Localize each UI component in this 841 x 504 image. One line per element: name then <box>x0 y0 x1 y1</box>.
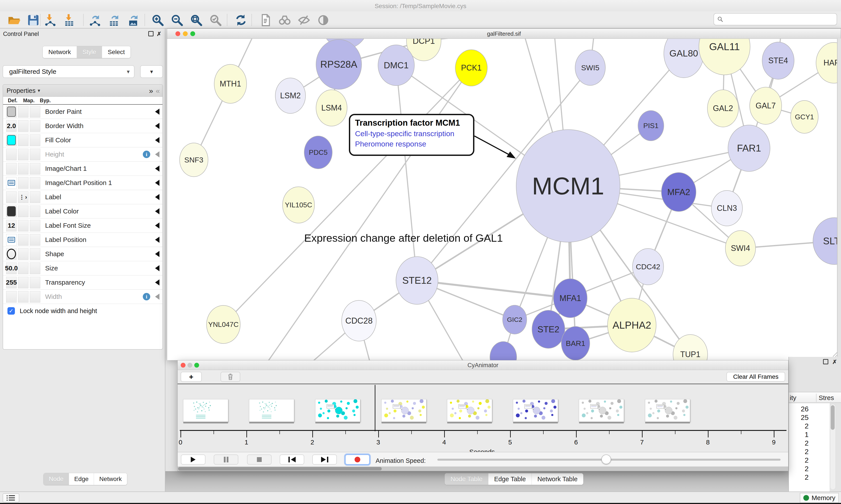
byp-cell[interactable] <box>30 234 40 246</box>
import-network-button[interactable] <box>43 13 57 27</box>
annotation-link-1[interactable]: Pheromone response <box>355 140 468 148</box>
table-cell-value[interactable]: 25 <box>789 414 809 422</box>
node-alpha2[interactable]: ALPHA2 <box>607 298 656 352</box>
network-caption[interactable]: Expression change after deletion of GAL1 <box>304 232 503 244</box>
def-cell[interactable] <box>6 234 17 246</box>
clear-all-frames-button[interactable]: Clear All Frames <box>727 372 785 382</box>
byp-cell[interactable] <box>30 263 40 274</box>
zoom-out-button[interactable] <box>170 13 184 27</box>
node-dmc1[interactable]: DMC1 <box>378 45 415 86</box>
map-cell[interactable] <box>18 163 29 175</box>
map-cell[interactable] <box>18 134 29 146</box>
property-row-size[interactable]: 50.0Size <box>3 261 162 275</box>
node-gcy1[interactable]: GCY1 <box>790 100 819 133</box>
node-mfa2[interactable]: MFA2 <box>661 172 696 212</box>
table-scrollbar[interactable] <box>830 404 836 490</box>
byp-cell[interactable] <box>30 149 40 160</box>
table-cell-value[interactable]: 2 <box>789 448 809 456</box>
byp-cell[interactable] <box>30 205 40 217</box>
go-to-end-button[interactable] <box>312 454 337 465</box>
table-cell-value[interactable]: 2 <box>789 473 809 482</box>
expand-all-icon[interactable]: » <box>149 87 152 95</box>
timeline-frame-6[interactable] <box>579 399 624 422</box>
cyanimator-titlebar[interactable]: CyAnimator <box>178 360 788 370</box>
node-gal7[interactable]: GAL7 <box>749 87 782 125</box>
node-ynl047c[interactable]: YNL047C <box>206 305 240 344</box>
float-panel-icon[interactable] <box>148 31 154 37</box>
refresh-button[interactable] <box>234 13 248 27</box>
collapse-arrow-icon[interactable] <box>155 222 159 229</box>
node-cln3[interactable]: CLN3 <box>711 190 742 226</box>
map-cell[interactable] <box>18 277 29 288</box>
tab-network[interactable]: Network <box>43 46 77 58</box>
annotation-box[interactable]: Transcription factor MCM1Cell-type-speci… <box>349 114 475 156</box>
import-table-button[interactable] <box>62 13 76 27</box>
report-button[interactable] <box>258 13 272 27</box>
table-cell-value[interactable]: 26 <box>789 405 809 413</box>
node-gal2[interactable]: GAL2 <box>707 90 739 127</box>
timeline-scrollbar[interactable] <box>178 467 788 471</box>
node-swi4[interactable]: SWI4 <box>725 230 756 266</box>
map-cell[interactable]: ⋮› <box>18 191 29 203</box>
tab-node-table[interactable]: Node Table <box>445 473 488 485</box>
zoom-selected-button[interactable] <box>209 13 222 27</box>
collapse-arrow-icon[interactable] <box>155 165 159 172</box>
byp-cell[interactable] <box>30 291 40 303</box>
search-box[interactable] <box>714 13 837 25</box>
property-row-width[interactable]: Widthi <box>3 290 162 304</box>
property-row-height[interactable]: Heighti <box>3 147 162 162</box>
map-cell[interactable] <box>18 205 29 217</box>
def-cell[interactable] <box>6 291 17 303</box>
byp-cell[interactable] <box>30 120 40 132</box>
property-row-image-chart-1[interactable]: Image/Chart 1 <box>3 162 162 176</box>
property-row-label-position[interactable]: Label Position <box>3 233 162 247</box>
def-cell[interactable]: 2.0 <box>6 120 17 132</box>
scrollbar-thumb[interactable] <box>831 405 835 430</box>
speed-slider-thumb[interactable] <box>602 454 611 464</box>
def-cell[interactable] <box>6 177 17 189</box>
export-image-button[interactable] <box>126 13 140 27</box>
timeline-frame-0[interactable] <box>183 399 228 422</box>
info-icon[interactable]: i <box>143 151 150 158</box>
map-cell[interactable] <box>18 177 29 189</box>
byp-cell[interactable] <box>30 248 40 260</box>
tab-network[interactable]: Network <box>94 473 127 485</box>
node-far1[interactable]: FAR1 <box>728 125 770 172</box>
column-ity[interactable]: ity <box>790 394 796 401</box>
float-table-panel-icon[interactable] <box>823 359 828 365</box>
add-frame-button[interactable]: + <box>181 372 202 382</box>
style-dropdown[interactable]: galFiltered Style ▾ <box>3 65 135 78</box>
tab-edge-table[interactable]: Edge Table <box>488 473 532 485</box>
lock-checkbox[interactable]: ✓ <box>7 307 15 314</box>
network-scroll-strip[interactable] <box>837 38 841 360</box>
collapse-arrow-icon[interactable] <box>155 137 159 143</box>
table-cell-value[interactable]: 2 <box>789 422 809 430</box>
def-cell[interactable]: 12 <box>6 220 17 231</box>
byp-cell[interactable] <box>30 191 40 203</box>
node-cdc42[interactable]: CDC42 <box>632 248 664 285</box>
search-input[interactable] <box>726 16 837 23</box>
info-icon[interactable]: i <box>143 293 150 300</box>
timeline-frame-5[interactable] <box>513 399 558 422</box>
property-row-border-paint[interactable]: Border Paint <box>3 105 162 119</box>
export-network-button[interactable] <box>88 13 102 27</box>
scrollbar-thumb[interactable] <box>178 467 382 470</box>
collapse-all-icon[interactable]: « <box>156 87 159 95</box>
node-yil105c[interactable]: YIL105C <box>282 186 315 223</box>
property-row-fill-color[interactable]: Fill Color <box>3 133 162 147</box>
map-cell[interactable] <box>18 291 29 303</box>
def-cell[interactable]: 255 <box>6 277 17 288</box>
delete-frame-button[interactable] <box>220 372 240 382</box>
properties-header[interactable]: Properties ▾ » « <box>3 85 162 97</box>
table-cell-value[interactable]: 2 <box>789 439 809 447</box>
save-button[interactable] <box>26 13 40 27</box>
property-row-label-font-size[interactable]: 12Label Font Size <box>3 218 162 233</box>
collapse-arrow-icon[interactable] <box>155 109 159 115</box>
node-rps28a[interactable]: RPS28A <box>316 39 362 90</box>
byp-cell[interactable] <box>30 277 40 288</box>
map-cell[interactable] <box>18 149 29 160</box>
table-cell-value[interactable]: 1 <box>789 431 809 439</box>
map-cell[interactable] <box>18 106 29 118</box>
node-pis1[interactable]: PIS1 <box>638 110 664 141</box>
tab-style[interactable]: Style <box>77 46 102 58</box>
